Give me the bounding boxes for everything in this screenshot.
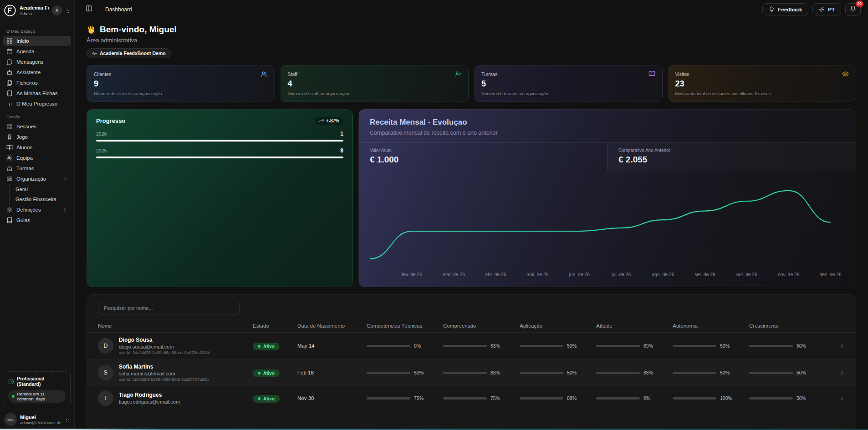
stat-card-top: Clientes	[94, 71, 268, 77]
skill-cell: 63%	[443, 370, 520, 375]
notifications-button[interactable]: 20	[845, 3, 861, 16]
plan-renewal-pill: Renova em 11 common_days	[8, 390, 66, 403]
sidebar-subitem-geral[interactable]: Geral	[12, 184, 71, 194]
user-menu[interactable]: MA Miguel admin@feedxboost-demo.c...	[0, 410, 74, 430]
skill-cell: 88%	[520, 395, 596, 401]
student-name: Sofia Martins	[119, 364, 209, 370]
column-header-autonomia: Autonomia	[673, 323, 749, 329]
sidebar-item-assistente[interactable]: Assistente	[3, 67, 71, 77]
nav-section-label-gestao: Gestão	[6, 114, 74, 119]
sidebar-subitem-gestao-financeira[interactable]: Gestão Financeira	[12, 194, 71, 204]
birthdate: Nov 30	[297, 395, 367, 401]
table-row-diogo-sousa[interactable]: DDiogo Sousadiogo.sousa@email.comuserId:…	[87, 333, 856, 359]
topbar: Dashboard Feedback PT 20	[75, 0, 868, 19]
skill-percent: 50%	[797, 370, 806, 375]
sidebar-item-inicio[interactable]: Início	[3, 36, 71, 46]
skill-percent: 50%	[567, 370, 577, 375]
avatar: S	[98, 365, 113, 380]
student-userid: userId: bbf025b5-b528-4068-9fb5-3ad837d7…	[119, 377, 209, 382]
chevrons-up-down-icon[interactable]	[65, 8, 71, 13]
stat-value: 4	[288, 79, 462, 89]
skill-percent: 50%	[797, 395, 806, 401]
x-axis-label: mar. de 26	[443, 272, 465, 278]
notebook-icon	[6, 90, 13, 96]
skill-bar	[749, 397, 793, 400]
notification-badge: 20	[856, 0, 863, 7]
sidebar-item-o-meu-progresso[interactable]: O Meu Progresso	[3, 99, 71, 109]
bar-chart-icon	[6, 101, 13, 107]
revenue-previous-value: € 2.055	[618, 155, 845, 165]
waving-hand-icon	[87, 25, 96, 35]
sidebar-item-definicoes[interactable]: Definições	[3, 205, 71, 215]
user-name: Miguel	[20, 415, 61, 420]
revenue-current-label: Valor Atual	[370, 148, 596, 153]
x-axis-label: fev. de 26	[402, 272, 422, 278]
sidebar-toggle-button[interactable]	[83, 4, 95, 15]
chevrons-up-down-icon	[65, 417, 70, 422]
sidebar-item-alunos[interactable]: Alunos	[3, 142, 71, 152]
sidebar-item-ficheiros[interactable]: Ficheiros	[3, 78, 71, 88]
progress-card-header: Progresso +-87%	[96, 117, 343, 125]
sidebar-item-mensagens[interactable]: Mensagens	[3, 57, 71, 67]
skill-bar	[367, 397, 410, 400]
sidebar-item-organizacao[interactable]: Organização	[3, 174, 71, 184]
sidebar-item-agenda[interactable]: Agenda	[3, 46, 71, 56]
sidebar-item-sessoes[interactable]: Sessões	[3, 121, 71, 132]
skill-bar	[367, 345, 410, 347]
revenue-previous-label: Comparativo Ano Anterior	[618, 148, 845, 153]
student-name: Tiago Rodrigues	[119, 392, 180, 398]
sidebar-item-guias[interactable]: Guias	[3, 215, 71, 225]
org-switcher[interactable]: Academia Feedx... Admin A	[0, 0, 74, 20]
sidebar-item-jogo[interactable]: Jogo	[3, 132, 71, 142]
sidebar-item-equipa[interactable]: Equipa	[3, 153, 71, 163]
breadcrumb-dashboard[interactable]: Dashboard	[105, 6, 132, 13]
stat-card-turmas: Turmas5Número de turmas na organização	[474, 65, 663, 102]
skill-bar	[520, 345, 563, 347]
student-userid: userId: 9da2d435-2a09-4f6a-88da-d1e623ed…	[119, 350, 210, 355]
table-row-sofia-martins[interactable]: SSofia Martinssofia.martins@email.comuse…	[87, 359, 856, 386]
column-header-crescimento: Crescimento	[749, 323, 826, 329]
sidebar-item-label: Ficheiros	[16, 80, 68, 86]
user-meta: Miguel admin@feedxboost-demo.c...	[20, 415, 61, 425]
plan-renewal: Renova em 11 common_days	[17, 391, 62, 401]
status-badge: Ativo	[253, 395, 280, 403]
skill-cell: 75%	[443, 395, 520, 401]
stat-title: Clientes	[94, 71, 111, 77]
column-header-competencias-tecnicas: Competências Técnicas	[367, 323, 443, 329]
x-axis-label: out. de 26	[736, 272, 757, 278]
stats-grid: Clientes9Número de clientes na organizaç…	[87, 65, 856, 102]
skill-bar	[367, 372, 410, 374]
row-chevron-right-icon[interactable]	[826, 395, 845, 401]
table-body: DDiogo Sousadiogo.sousa@email.comuserId:…	[87, 333, 856, 410]
search-input[interactable]	[98, 302, 240, 314]
skill-cell: 63%	[596, 370, 673, 375]
skill-bar	[673, 397, 716, 400]
skill-percent: 63%	[643, 370, 653, 375]
charts-row: Progresso +-87% 2026120258 Receita Mensa…	[87, 109, 856, 287]
revenue-card-subtitle: Comparativo mensal de receita com o ano …	[370, 130, 845, 136]
stat-value: 23	[675, 79, 849, 89]
settings-icon	[6, 207, 13, 213]
skill-cell: 50%	[749, 395, 826, 401]
skill-bar	[596, 372, 640, 374]
status-badge: Ativo	[253, 369, 280, 377]
x-axis-label: ago. de 26	[652, 272, 674, 278]
student-email: sofia.martins@email.com	[119, 371, 209, 376]
sidebar-item-turmas[interactable]: Turmas	[3, 163, 71, 173]
x-axis-label: mai. de 26	[526, 272, 548, 278]
row-chevron-right-icon[interactable]	[826, 370, 845, 376]
org-avatar[interactable]: A	[52, 5, 62, 15]
revenue-card-header: Receita Mensal - Evoluçao Comparativo me…	[359, 110, 856, 142]
language-button[interactable]: PT	[812, 3, 841, 15]
sidebar-item-as-minhas-fichas[interactable]: As Minhas Fichas	[3, 88, 71, 98]
user-avatar: MA	[4, 413, 17, 426]
progress-card-title: Progresso	[96, 117, 125, 124]
row-chevron-right-icon[interactable]	[826, 343, 845, 349]
revenue-chart-area: fev. de 26mar. de 26abr. de 26mai. de 26…	[359, 171, 856, 287]
column-header-atitude: Atitude	[596, 323, 673, 329]
table-row-tiago-rodrigues[interactable]: TTiago Rodriguestiago.rodrigues@email.co…	[87, 386, 856, 410]
skill-percent: 75%	[490, 395, 500, 401]
status-badge: Ativo	[253, 343, 280, 350]
revenue-card-title: Receita Mensal - Evoluçao	[370, 118, 845, 127]
feedback-button[interactable]: Feedback	[762, 3, 808, 15]
